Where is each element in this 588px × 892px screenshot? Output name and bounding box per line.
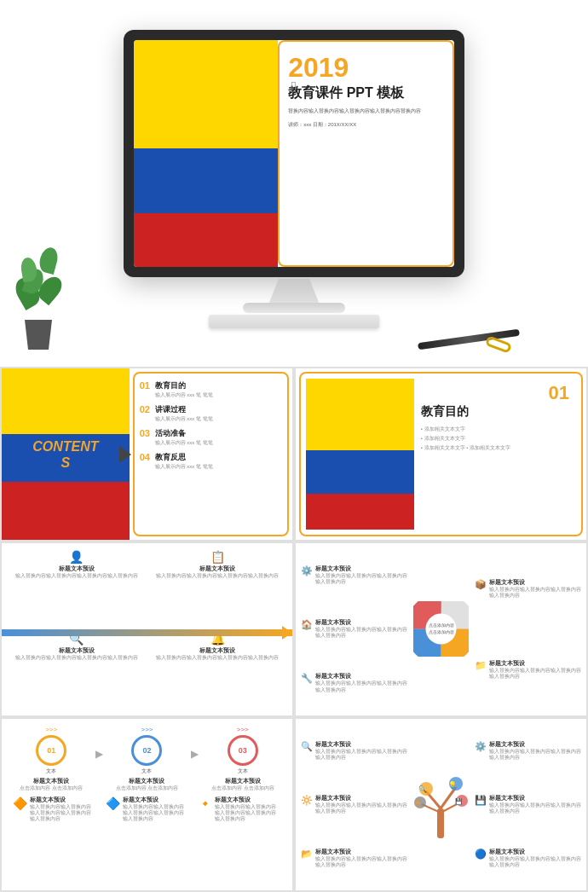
tree-left-desc-2: 输入替换内容输入替换内容输入替换内容输入替换内容 xyxy=(315,802,408,814)
edu-flag-blue xyxy=(306,450,414,494)
step-title-2: 标题文本预设 xyxy=(129,778,164,785)
step-circle-3: 03 xyxy=(228,735,258,766)
radial-label-1: 标题文本预设 xyxy=(315,565,408,573)
content-desc-1: 输入展示内容 xxx 笔 笔笔 xyxy=(155,391,213,399)
timeline-label-4: 标题文本预设 xyxy=(150,647,286,655)
bottom-desc-2: 输入替换内容输入替换内容输入替换内容输入替换内容输入替换内容 xyxy=(123,804,189,822)
edu-heading: 教育目的 xyxy=(421,404,569,420)
edu-bullet-1: • 添加相关文本文字 xyxy=(421,425,569,434)
slide-process: >>> 01 文本 标题文本预设 点击添加内容 点击添加内容 ▶ >>> 02 … xyxy=(2,719,292,890)
screen-right-content: 2019 教育课件 PPT 模板 替换内容输入替换内容输入替换内容输入替换内容替… xyxy=(278,40,454,267)
screen-desc: 替换内容输入替换内容输入替换内容输入替换内容替换内容 xyxy=(288,107,444,114)
arrow-right-icon xyxy=(119,446,131,463)
slide-edu: 01 教育目的 • 添加相关文本文字 • 添加相关文本文字 • 添加相关文本文字… xyxy=(296,368,586,540)
step-arrow-1: ▶ xyxy=(95,748,103,760)
step-3: >>> 03 文本 标题文本预设 点击添加内容 点击添加内容 xyxy=(201,726,285,791)
step-desc-3: 点击添加内容 点击添加内容 xyxy=(211,785,274,791)
svg-text:点击添加内容: 点击添加内容 xyxy=(429,623,454,628)
radial-desc-3: 输入替换内容输入替换内容输入替换内容输入替换内容 xyxy=(315,681,408,692)
timeline-sub-3: 输入替换内容输入替换内容输入替换内容输入替换内容 xyxy=(9,655,145,661)
radial-label-2: 标题文本预设 xyxy=(315,619,408,627)
tree-left-label-3: 标题文本预设 xyxy=(315,849,408,856)
radial-desc-4: 输入替换内容输入替换内容输入替换内容输入替换内容 xyxy=(489,587,582,599)
radial-left-items: ⚙️ 标题文本预设 输入替换内容输入替换内容输入替换内容输入替换内容 🏠 标题文… xyxy=(301,548,408,710)
tree-left-icon-3: 📂 xyxy=(301,849,313,860)
content-num-1: 01 xyxy=(140,380,152,391)
step-arrow-2: ▶ xyxy=(191,748,199,760)
step-2: >>> 02 文本 标题文本预设 点击添加内容 点击添加内容 xyxy=(106,726,189,791)
step-title-1: 标题文本预设 xyxy=(33,778,69,785)
tree-left-label-1: 标题文本预设 xyxy=(315,741,408,749)
flag-blue xyxy=(134,148,278,213)
contents-left: CONTENTS xyxy=(2,368,130,540)
tree-left-desc-1: 输入替换内容输入替换内容输入替换内容输入替换内容 xyxy=(315,749,408,761)
timeline-sub-2: 输入替换内容输入替换内容输入替换内容输入替换内容 xyxy=(150,573,286,579)
keyboard xyxy=(209,315,379,328)
flag-red xyxy=(134,213,278,267)
monitor-section: 2019 教育课件 PPT 模板 替换内容输入替换内容输入替换内容输入替换内容替… xyxy=(0,0,588,367)
step-inner-label-2: 文本 xyxy=(141,767,152,775)
timeline-sub-1: 输入替换内容输入替换内容输入替换内容输入替换内容 xyxy=(9,573,145,579)
svg-text:💡: 💡 xyxy=(448,780,457,789)
content-title-3: 活动准备 xyxy=(155,428,213,439)
flag-yellow xyxy=(134,40,278,148)
content-title-4: 教育反思 xyxy=(155,452,213,463)
tree-right-icon-3: 🔵 xyxy=(475,849,487,860)
monitor-stand xyxy=(268,279,320,304)
timeline-item-4: 🔔 标题文本预设 输入替换内容输入替换内容输入替换内容输入替换内容 xyxy=(150,632,286,709)
radial-item-4: 📦 标题文本预设 输入替换内容输入替换内容输入替换内容输入替换内容 xyxy=(475,579,582,599)
radial-desc-2: 输入替换内容输入替换内容输入替换内容输入替换内容 xyxy=(315,627,408,639)
content-desc-3: 输入展示内容 xxx 笔 笔笔 xyxy=(155,439,213,447)
radial-label-4: 标题文本预设 xyxy=(489,579,582,587)
tree-center-svg: 🔍 💡 🔆 💾 xyxy=(412,724,471,885)
slides-grid: CONTENTS 01 教育目的 输入展示内容 xxx 笔 笔笔 02 讲课过程… xyxy=(0,367,588,892)
step-circle-1: 01 xyxy=(36,735,66,766)
radial-desc-5: 输入替换内容输入替换内容输入替换内容输入替换内容 xyxy=(489,668,582,680)
radial-icon-2: 🏠 xyxy=(301,619,313,630)
timeline-item-3: 🔍 标题文本预设 输入替换内容输入替换内容输入替换内容输入替换内容 xyxy=(9,632,145,709)
radial-item-5: 📁 标题文本预设 输入替换内容输入替换内容输入替换内容输入替换内容 xyxy=(475,660,582,680)
tree-left-col: 🔍 标题文本预设 输入替换内容输入替换内容输入替换内容输入替换内容 🔆 标题文本… xyxy=(301,724,408,885)
edu-flag-yellow xyxy=(306,379,414,450)
tree-right-item-2: 💾 标题文本预设 输入替换内容输入替换内容输入替换内容输入替换内容 xyxy=(475,795,582,814)
edu-inner: 01 教育目的 • 添加相关文本文字 • 添加相关文本文字 • 添加相关文本文字… xyxy=(299,372,583,536)
content-desc-2: 输入展示内容 xxx 笔 笔笔 xyxy=(155,415,213,423)
step-circle-2: 02 xyxy=(131,735,162,766)
radial-label-5: 标题文本预设 xyxy=(489,660,582,668)
tree-layout: 🔍 标题文本预设 输入替换内容输入替换内容输入替换内容输入替换内容 🔆 标题文本… xyxy=(301,724,581,885)
bottom-item-1: 🔶 标题文本预设 输入替换内容输入替换内容输入替换内容输入替换内容输入替换内容 xyxy=(13,796,96,822)
tree-left-item-3: 📂 标题文本预设 输入替换内容输入替换内容输入替换内容输入替换内容 xyxy=(301,849,408,868)
bottom-desc-1: 输入替换内容输入替换内容输入替换内容输入替换内容输入替换内容 xyxy=(30,804,96,822)
contents-flag-yellow xyxy=(2,368,130,434)
timeline-sub-4: 输入替换内容输入替换内容输入替换内容输入替换内容 xyxy=(150,655,286,661)
step-inner-label-3: 文本 xyxy=(238,767,248,775)
edu-bullet-2: • 添加相关文本文字 xyxy=(421,434,569,443)
content-item-4: 04 教育反思 输入展示内容 xxx 笔 笔笔 xyxy=(140,452,282,471)
radial-icon-5: 📁 xyxy=(475,660,487,671)
plant-pot xyxy=(21,320,55,350)
content-num-2: 02 xyxy=(140,404,152,414)
step-1: >>> 01 文本 标题文本预设 点击添加内容 点击添加内容 xyxy=(9,726,93,791)
content-title-1: 教育目的 xyxy=(155,380,213,391)
tree-right-icon-1: ⚙️ xyxy=(475,741,487,752)
tree-left-item-1: 🔍 标题文本预设 输入替换内容输入替换内容输入替换内容输入替换内容 xyxy=(301,741,408,761)
tree-left-label-2: 标题文本预设 xyxy=(315,795,408,802)
tree-right-label-3: 标题文本预设 xyxy=(489,849,582,856)
step-desc-2: 点击添加内容 点击添加内容 xyxy=(116,785,179,791)
apple-logo:  xyxy=(291,78,297,96)
step-chevrons-3: >>> xyxy=(237,726,249,733)
timeline-icon-2: 📋 xyxy=(150,550,286,564)
tree-right-desc-1: 输入替换内容输入替换内容输入替换内容输入替换内容 xyxy=(489,749,582,761)
step-inner-label-1: 文本 xyxy=(46,767,56,775)
step-chevrons-1: >>> xyxy=(45,726,57,733)
bottom-icon-2: 🔷 xyxy=(106,796,120,810)
radial-item-2: 🏠 标题文本预设 输入替换内容输入替换内容输入替换内容输入替换内容 xyxy=(301,619,408,639)
content-item-3: 03 活动准备 输入展示内容 xxx 笔 笔笔 xyxy=(140,428,282,447)
bottom-label-2: 标题文本预设 xyxy=(123,796,189,804)
edu-bullet-3: • 添加相关文本文字 • 添加相关文本文字 xyxy=(421,443,569,453)
radial-icon-4: 📦 xyxy=(475,579,487,590)
plant-decoration xyxy=(9,230,68,350)
pie-chart-center: 点击添加内容 点击添加内容 xyxy=(412,548,471,710)
radial-item-1: ⚙️ 标题文本预设 输入替换内容输入替换内容输入替换内容输入替换内容 xyxy=(301,565,408,585)
tree-left-icon-1: 🔍 xyxy=(301,741,313,752)
